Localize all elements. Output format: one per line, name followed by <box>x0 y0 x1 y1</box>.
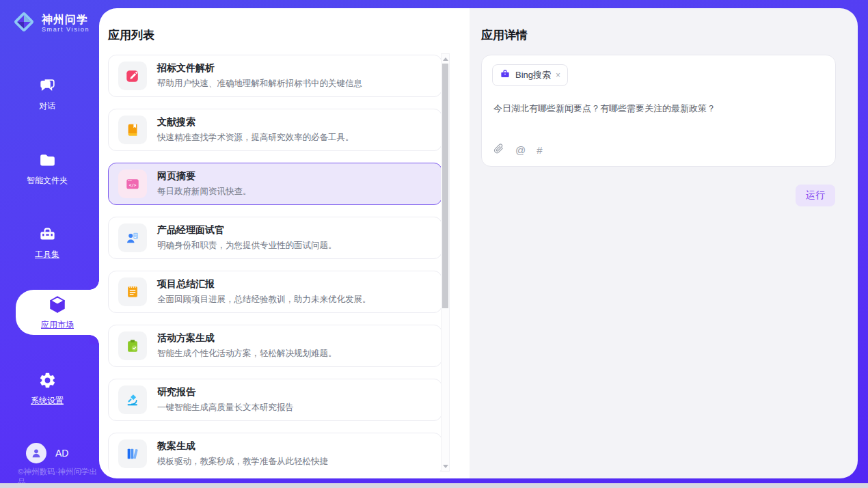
sidebar-item-smart-folder[interactable]: 智能文件夹 <box>0 151 94 187</box>
active-tab-curve-top <box>90 280 99 290</box>
app-item-desc: 智能生成个性化活动方案，轻松解决规划难题。 <box>157 348 337 360</box>
briefcase-icon <box>500 68 511 82</box>
chip-close-icon[interactable]: × <box>556 70 560 80</box>
hash-icon[interactable]: # <box>537 144 542 156</box>
app-item-name: 文献搜索 <box>157 116 354 128</box>
run-button[interactable]: 运行 <box>796 185 835 206</box>
sidebar-item-app-market[interactable]: 应用市场 <box>16 290 99 335</box>
toolbox-icon <box>38 225 57 246</box>
query-input[interactable]: 今日湖北有哪些新闻要点？有哪些需要关注的最新政策？ <box>493 103 823 115</box>
app-item-desc: 模板驱动，教案秒成，教学准备从此轻松快捷 <box>157 456 328 467</box>
sidebar-item-label: 对话 <box>0 100 94 112</box>
app-item-event-plan[interactable]: 活动方案生成 智能生成个性化活动方案，轻松解决规划难题。 <box>108 325 442 367</box>
sidebar-item-toolset[interactable]: 工具集 <box>0 225 94 260</box>
pen-square-icon <box>118 62 147 90</box>
brand-name: 神州问学 <box>42 14 90 26</box>
prompt-card: Bing搜索 × 今日湖北有哪些新闻要点？有哪些需要关注的最新政策？ @ # <box>481 55 836 167</box>
active-tab-curve-bottom <box>90 335 99 344</box>
app-item-name: 招标文件解析 <box>157 62 362 74</box>
notepad-icon <box>118 277 147 306</box>
tool-chip-label: Bing搜索 <box>515 69 551 81</box>
app-item-desc: 每日政府新闻资讯快查。 <box>157 186 252 198</box>
brand-tagline: Smart Vision <box>42 26 90 33</box>
avatar <box>26 443 46 463</box>
sidebar-item-label: 系统设置 <box>0 395 94 407</box>
tool-chip-bing-search[interactable]: Bing搜索 × <box>492 64 568 86</box>
clipboard-check-icon <box>118 331 147 360</box>
app-item-pm-interviewer[interactable]: 产品经理面试官 明确身份和职责，为您提供专业性的面试问题。 <box>108 217 442 259</box>
scrollbar-up-arrow[interactable] <box>442 55 449 63</box>
bottom-strip <box>0 483 868 488</box>
app-detail-panel: 应用详情 Bing搜索 × 今日湖北有哪些新闻要点？有哪些需要关注的最新政策？ <box>470 8 858 478</box>
app-list-panel: 应用列表 招标文件解析 帮助用户快速、准确地理解和解析招标书中的关键信息 <box>99 8 470 478</box>
brand-logo: 神州问学 Smart Vision <box>11 9 90 38</box>
folder-icon <box>38 151 57 172</box>
book-icon <box>118 116 147 144</box>
browser-code-icon: </> <box>118 170 147 198</box>
gear-icon <box>38 371 57 392</box>
books-icon <box>118 439 147 468</box>
svg-text:</>: </> <box>129 182 137 187</box>
app-item-desc: 一键智能生成高质量长文本研究报告 <box>157 402 294 414</box>
paperclip-icon[interactable] <box>493 143 504 157</box>
app-item-name: 产品经理面试官 <box>157 224 337 236</box>
sidebar-item-label: 应用市场 <box>41 319 74 331</box>
app-list-title: 应用列表 <box>108 27 154 43</box>
app-item-research-report[interactable]: 研究报告 一键智能生成高质量长文本研究报告 <box>108 379 442 421</box>
app-item-bid-parse[interactable]: 招标文件解析 帮助用户快速、准确地理解和解析招标书中的关键信息 <box>108 55 442 97</box>
user-name: AD <box>55 448 68 459</box>
app-detail-title: 应用详情 <box>481 27 528 43</box>
input-toolbar: @ # <box>493 143 543 157</box>
app-item-desc: 全面回顾项目进展，总结经验教训，助力未来优化发展。 <box>157 294 371 306</box>
app-list: 招标文件解析 帮助用户快速、准确地理解和解析招标书中的关键信息 文献搜索 快速精… <box>108 55 442 472</box>
sidebar-item-label: 智能文件夹 <box>0 175 94 187</box>
app-item-desc: 帮助用户快速、准确地理解和解析招标书中的关键信息 <box>157 78 362 90</box>
app-item-web-summary[interactable]: </> 网页摘要 每日政府新闻资讯快查。 <box>108 163 442 205</box>
cube-icon <box>47 294 68 317</box>
app-window: 神州问学 Smart Vision 对话 智能文件夹 <box>0 0 868 488</box>
sidebar-item-label: 工具集 <box>0 249 94 260</box>
list-scrollbar[interactable] <box>441 53 450 472</box>
app-item-lesson-plan[interactable]: 教案生成 模板驱动，教案秒成，教学准备从此轻松快捷 <box>108 433 442 472</box>
mention-icon[interactable]: @ <box>515 144 526 156</box>
scrollbar-down-arrow[interactable] <box>442 462 449 470</box>
app-item-name: 项目总结汇报 <box>157 278 371 290</box>
app-item-project-summary[interactable]: 项目总结汇报 全面回顾项目进展，总结经验教训，助力未来优化发展。 <box>108 271 442 313</box>
app-item-literature-search[interactable]: 文献搜索 快速精准查找学术资源，提高研究效率的必备工具。 <box>108 109 442 151</box>
app-item-name: 教案生成 <box>157 440 328 452</box>
app-item-name: 活动方案生成 <box>157 332 337 344</box>
scrollbar-thumb[interactable] <box>442 64 448 308</box>
app-item-name: 网页摘要 <box>157 170 252 182</box>
app-item-desc: 明确身份和职责，为您提供专业性的面试问题。 <box>157 240 337 252</box>
sidebar-item-settings[interactable]: 系统设置 <box>0 371 94 407</box>
diamond-logo-icon <box>11 9 37 38</box>
user-account[interactable]: AD <box>26 443 68 463</box>
microscope-icon <box>118 385 147 414</box>
app-item-name: 研究报告 <box>157 386 294 398</box>
sidebar-item-chat[interactable]: 对话 <box>0 77 94 112</box>
sidebar: 神州问学 Smart Vision 对话 智能文件夹 <box>0 0 99 483</box>
interviewer-icon <box>118 223 147 252</box>
chat-bubbles-icon <box>38 77 57 98</box>
app-item-desc: 快速精准查找学术资源，提高研究效率的必备工具。 <box>157 132 354 144</box>
